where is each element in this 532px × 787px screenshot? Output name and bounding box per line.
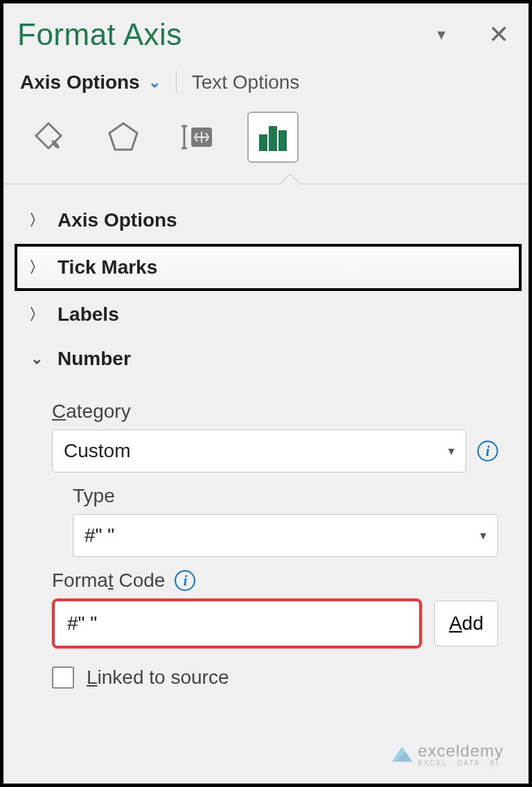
add-button[interactable]: Add (434, 601, 498, 646)
type-dropdown[interactable]: #" " ▾ (73, 514, 498, 557)
category-dropdown-value: Custom (64, 440, 130, 462)
watermark-logo-icon (391, 747, 412, 762)
info-icon[interactable]: i (477, 441, 498, 461)
type-dropdown-value: #" " (85, 524, 114, 547)
chevron-down-icon: ▾ (480, 528, 486, 543)
divider (3, 184, 529, 184)
effects-icon[interactable] (98, 112, 149, 163)
section-tick-marks-label: Tick Marks (57, 256, 157, 278)
tab-text-options[interactable]: Text Options (176, 71, 300, 94)
chevron-right-icon: 〉 (28, 257, 45, 278)
section-tick-marks[interactable]: 〉 Tick Marks (15, 244, 522, 291)
size-properties-icon[interactable] (172, 112, 224, 163)
info-icon[interactable]: i (175, 570, 195, 591)
number-section-body: Category Custom ▾ i Type #" " ▾ Format C… (21, 381, 515, 689)
section-number-label: Number (57, 348, 131, 370)
section-labels-label: Labels (57, 303, 119, 326)
panel-menu-caret-icon[interactable]: ▼ (434, 27, 448, 43)
section-axis-options[interactable]: 〉 Axis Options (21, 198, 515, 242)
close-icon[interactable]: ✕ (488, 20, 509, 49)
header-controls: ▼ ✕ (434, 20, 509, 49)
section-axis-options-label: Axis Options (57, 209, 177, 231)
svg-rect-7 (278, 130, 287, 151)
chevron-down-icon: ▾ (448, 443, 454, 459)
svg-marker-0 (109, 123, 137, 150)
format-axis-panel: Format Axis ▼ ✕ Axis Options ⌄ Text Opti… (0, 0, 532, 787)
format-code-input[interactable]: #" " (52, 599, 422, 648)
chevron-down-icon: ⌄ (148, 73, 161, 91)
svg-rect-6 (269, 126, 277, 151)
linked-to-source-checkbox[interactable] (52, 666, 74, 689)
chevron-right-icon: 〉 (28, 210, 45, 231)
watermark-brand: exceldemy (418, 741, 504, 761)
format-code-value: #" " (67, 612, 97, 635)
panel-header: Format Axis ▼ ✕ (17, 17, 515, 52)
category-label: Category (52, 400, 498, 423)
category-dropdown[interactable]: Custom ▾ (52, 430, 466, 472)
linked-to-source-label: Linked to source (87, 666, 229, 689)
watermark: exceldemy EXCEL · DATA · BI (391, 741, 504, 767)
chevron-down-icon: ⌄ (28, 350, 45, 368)
axis-options-chart-icon[interactable] (247, 112, 299, 163)
panel-title: Format Axis (17, 17, 182, 52)
section-labels[interactable]: 〉 Labels (21, 292, 515, 337)
chevron-right-icon: 〉 (28, 304, 45, 325)
tab-axis-options-label: Axis Options (20, 71, 140, 94)
option-tabs: Axis Options ⌄ Text Options (17, 71, 515, 94)
section-number[interactable]: ⌄ Number (21, 337, 515, 381)
tab-axis-options[interactable]: Axis Options ⌄ (20, 71, 161, 94)
type-label: Type (73, 485, 498, 507)
category-icon-row (17, 112, 515, 178)
fill-line-icon[interactable] (23, 112, 74, 163)
watermark-sub: EXCEL · DATA · BI (418, 759, 504, 767)
linked-to-source-row: Linked to source (52, 666, 498, 689)
format-code-label: Format Code i (52, 569, 498, 592)
sections-container: 〉 Axis Options 〉 Tick Marks 〉 Labels ⌄ N… (17, 184, 515, 689)
svg-rect-5 (259, 134, 267, 151)
